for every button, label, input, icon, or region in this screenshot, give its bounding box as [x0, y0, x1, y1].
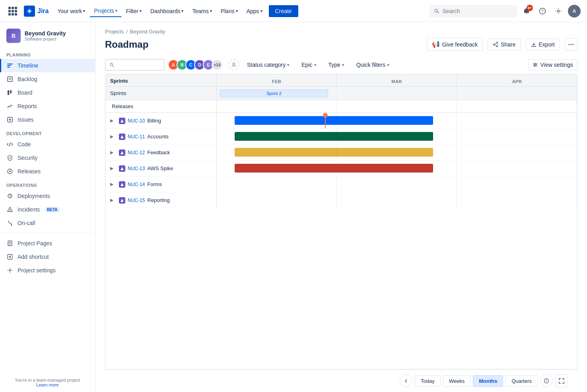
timeline-back-button[interactable] — [400, 375, 412, 387]
teams-nav[interactable]: Teams ▾ — [188, 6, 216, 17]
svg-point-34 — [497, 46, 498, 47]
share-button[interactable]: Share — [488, 39, 521, 50]
search-box[interactable] — [430, 5, 517, 17]
project-name: Beyond Gravity — [25, 30, 66, 37]
quick-filters-caret: ▾ — [387, 62, 389, 68]
sidebar-item-code[interactable]: Code — [0, 138, 95, 151]
sidebar: B Beyond Gravity Software project PLANNI… — [0, 22, 95, 392]
issue-key[interactable]: NUC-11 — [128, 134, 145, 140]
your-work-nav[interactable]: Your work ▾ — [53, 6, 89, 17]
top-navigation: Your work ▾ Projects ▾ Filter ▾ Dashboar… — [53, 5, 428, 17]
issue-chevron[interactable]: ▶ — [110, 182, 117, 187]
issue-chevron[interactable]: ▶ — [110, 118, 117, 123]
issue-key[interactable]: NUC-12 — [128, 150, 145, 155]
projects-nav[interactable]: Projects ▾ — [90, 5, 121, 17]
svg-point-40 — [573, 44, 574, 45]
breadcrumb-projects[interactable]: Projects — [105, 29, 124, 35]
issue-key[interactable]: NUC-13 — [128, 166, 145, 171]
sidebar-item-timeline[interactable]: Timeline — [0, 59, 95, 72]
issue-key[interactable]: NUC-10 — [128, 118, 145, 124]
issue-chevron[interactable]: ▶ — [110, 134, 117, 139]
help-button[interactable]: ? — [536, 5, 549, 17]
sidebar-item-deployments[interactable]: Deployments — [0, 189, 95, 203]
svg-point-24 — [11, 225, 12, 226]
settings-button[interactable] — [552, 5, 565, 17]
issue-right-NUC-10 — [217, 113, 577, 128]
issue-left-NUC-11: ▶NUC-11Accounts — [105, 129, 217, 144]
svg-point-49 — [534, 66, 535, 67]
sidebar-item-issues[interactable]: Issues — [0, 113, 95, 126]
learn-more-link[interactable]: Learn more — [36, 382, 58, 387]
sidebar-item-oncall[interactable]: On-call — [0, 216, 95, 230]
incidents-label: Incidents — [17, 206, 40, 213]
issue-key[interactable]: NUC-15 — [128, 198, 145, 203]
quick-filters-dropdown[interactable]: Quick filters ▾ — [352, 59, 394, 70]
issue-key[interactable]: NUC-14 — [128, 182, 145, 187]
weeks-button[interactable]: Weeks — [443, 375, 471, 387]
incidents-icon — [6, 206, 14, 213]
sidebar-item-reports[interactable]: Reports — [0, 99, 95, 113]
months-button[interactable]: Months — [473, 375, 503, 387]
plans-nav[interactable]: Plans ▾ — [217, 6, 242, 17]
sprint-bar[interactable]: Sprint 2 — [220, 89, 328, 97]
quarters-button[interactable]: Quarters — [505, 375, 538, 387]
apps-nav[interactable]: Apps ▾ — [243, 6, 266, 17]
sidebar-item-security[interactable]: Security — [0, 151, 95, 165]
notifications-button[interactable]: 9+ — [520, 5, 533, 17]
issue-chevron[interactable]: ▶ — [110, 166, 117, 171]
issue-row: ▶NUC-12Feedback — [105, 145, 577, 161]
dashboards-nav[interactable]: Dashboards ▾ — [146, 6, 188, 17]
issue-bar-NUC-10[interactable] — [235, 116, 433, 125]
give-feedback-button[interactable]: 📢 Give feedback — [427, 38, 483, 51]
svg-rect-7 — [7, 65, 11, 66]
add-person-button[interactable] — [228, 59, 239, 70]
today-button[interactable]: Today — [415, 375, 441, 387]
sidebar-item-board[interactable]: Board — [0, 86, 95, 99]
expand-button[interactable] — [555, 375, 568, 387]
project-settings-icon — [6, 267, 14, 274]
view-settings-button[interactable]: View settings — [528, 59, 577, 70]
svg-marker-50 — [121, 119, 124, 122]
issue-name: AWS Spike — [147, 165, 173, 171]
sidebar-item-incidents[interactable]: Incidents BETA — [0, 203, 95, 216]
status-category-dropdown[interactable]: Status category ▾ — [243, 59, 294, 70]
issue-type-icon — [119, 197, 125, 204]
filter-search-input[interactable] — [117, 62, 160, 68]
type-dropdown[interactable]: Type ▾ — [324, 59, 349, 70]
issue-right-NUC-14 — [217, 177, 577, 192]
user-avatar[interactable]: A — [568, 5, 581, 17]
issue-chevron[interactable]: ▶ — [110, 150, 117, 155]
sidebar-item-releases[interactable]: Releases — [0, 165, 95, 178]
svg-marker-52 — [121, 151, 124, 154]
sidebar-item-backlog[interactable]: Backlog — [0, 72, 95, 86]
sidebar-item-project-pages[interactable]: Project Pages — [0, 237, 95, 250]
app-switcher-button[interactable] — [6, 5, 19, 17]
filter-search-box[interactable] — [105, 59, 165, 71]
type-caret: ▾ — [342, 62, 344, 68]
issue-bar-NUC-11[interactable] — [235, 132, 433, 141]
more-options-button[interactable] — [565, 38, 577, 51]
deployments-label: Deployments — [17, 193, 50, 199]
issue-bar-NUC-12[interactable] — [235, 148, 433, 157]
sidebar-item-add-shortcut[interactable]: Add shortcut — [0, 250, 95, 264]
apps-caret: ▾ — [260, 9, 262, 13]
issue-left-NUC-15: ▶NUC-15Reporting — [105, 192, 217, 208]
issue-bar-NUC-13[interactable] — [235, 164, 433, 173]
svg-rect-9 — [8, 77, 12, 82]
breadcrumb-project[interactable]: Beyond Gravity — [130, 29, 165, 35]
issue-chevron[interactable]: ▶ — [110, 198, 117, 203]
planning-section-label: PLANNING — [0, 48, 95, 59]
export-button[interactable]: Export — [526, 39, 560, 50]
logo[interactable]: Jira — [24, 6, 49, 17]
sidebar-item-project-settings[interactable]: Project settings — [0, 264, 95, 277]
avatar-count[interactable]: +14 — [212, 59, 223, 70]
svg-point-5 — [558, 10, 560, 12]
page-header: Roadmap 📢 Give feedback Share Export — [95, 36, 587, 56]
info-button[interactable]: i — [540, 375, 553, 387]
filter-caret: ▾ — [140, 9, 142, 13]
svg-marker-54 — [121, 183, 124, 186]
filter-nav[interactable]: Filter ▾ — [122, 6, 146, 17]
create-button[interactable]: Create — [269, 5, 298, 17]
search-input[interactable] — [443, 8, 512, 14]
epic-dropdown[interactable]: Epic ▾ — [297, 59, 321, 70]
